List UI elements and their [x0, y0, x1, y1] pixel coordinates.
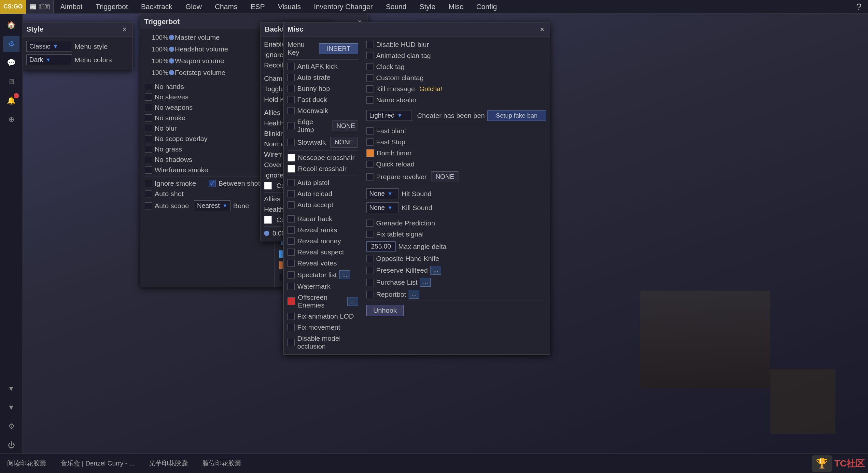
watermark-check[interactable]	[287, 283, 294, 290]
reveal-ranks-check[interactable]	[287, 227, 294, 234]
sidebar-notification[interactable]: 🔔 !	[3, 92, 20, 109]
offscreen-enemies-dots[interactable]: ...	[347, 297, 358, 306]
menu-chams[interactable]: Chams	[208, 0, 244, 13]
menu-config[interactable]: Config	[470, 0, 504, 13]
menu-style[interactable]: Style	[413, 0, 442, 13]
reveal-votes-check[interactable]	[287, 260, 294, 267]
taskbar-item-2[interactable]: 光芋印花胶囊	[145, 458, 192, 469]
purchase-list-dots[interactable]: ...	[420, 278, 431, 287]
slowwalk-key-btn[interactable]: NONE	[331, 137, 358, 148]
no-blur-check[interactable]	[145, 125, 152, 132]
menu-glow[interactable]: Glow	[179, 0, 208, 13]
menu-backtrack[interactable]: Backtrack	[134, 0, 179, 13]
no-weapons-check[interactable]	[145, 104, 152, 111]
disable-model-occlusion-check[interactable]	[287, 339, 294, 346]
taskbar-item-1[interactable]: 音乐盒 | Denzel Curry - ...	[57, 458, 138, 469]
no-smoke-check[interactable]	[145, 114, 152, 121]
edge-jump-key-btn[interactable]: NONE	[332, 121, 358, 131]
aspect-ratio-thumb[interactable]	[264, 231, 269, 236]
sidebar-monitor[interactable]: 🖥	[3, 73, 20, 90]
recoil-crosshair-swatch[interactable]	[287, 165, 295, 173]
reportbot-dots[interactable]: ...	[409, 290, 420, 299]
menu-misc[interactable]: Misc	[442, 0, 469, 13]
disable-hud-blur-check[interactable]	[366, 41, 373, 48]
clock-tag-check[interactable]	[366, 63, 373, 70]
no-scope-check[interactable]	[145, 135, 152, 142]
footstep-volume-thumb[interactable]	[169, 70, 174, 75]
fast-stop-check[interactable]	[366, 139, 373, 146]
spectator-list-check[interactable]	[287, 271, 294, 278]
unhook-btn[interactable]: Unhook	[366, 305, 403, 316]
aspect-ratio-slider[interactable]	[264, 232, 268, 234]
offscreen-enemies-swatch[interactable]	[287, 297, 295, 305]
auto-strafe-check[interactable]	[287, 74, 294, 81]
kill-sound-dropdown[interactable]: None ▼	[366, 202, 399, 213]
sidebar-aimbot[interactable]: ⊕	[3, 111, 20, 128]
sidebar-arrow-down1[interactable]: ▼	[3, 381, 20, 397]
spectator-list-dots[interactable]: ...	[339, 270, 350, 279]
prepare-revolver-key-btn[interactable]: NONE	[431, 171, 458, 182]
sidebar-active[interactable]: ⚙	[3, 36, 20, 52]
name-stealer-check[interactable]	[366, 96, 373, 104]
between-shots-check[interactable]: ✓	[209, 180, 216, 187]
reveal-money-check[interactable]	[287, 237, 294, 245]
bomb-timer-swatch[interactable]	[366, 149, 374, 157]
menu-triggerbot[interactable]: Triggerbot	[89, 0, 134, 13]
no-hands-check[interactable]	[145, 83, 152, 90]
menu-style-dropdown[interactable]: Classic ▼	[26, 41, 72, 52]
fast-plant-check[interactable]	[366, 127, 373, 135]
no-sleeves-check[interactable]	[145, 93, 152, 101]
weapon-volume-thumb[interactable]	[169, 58, 174, 63]
taskbar-item-3[interactable]: 脸位印花胶囊	[198, 458, 245, 469]
headshot-volume-thumb[interactable]	[169, 47, 174, 52]
sidebar-gear[interactable]: ⚙	[3, 418, 20, 435]
anti-afk-check[interactable]	[287, 63, 294, 70]
purchase-list-check[interactable]	[366, 279, 373, 286]
edge-jump-check[interactable]	[287, 122, 294, 129]
noscope-crosshair-swatch[interactable]	[287, 154, 295, 161]
grenade-prediction-check[interactable]	[366, 219, 373, 227]
taskbar-item-0[interactable]: 阅读印花胶囊	[3, 458, 50, 469]
hit-sound-dropdown[interactable]: None ▼	[366, 188, 399, 199]
custom-clantag-check[interactable]	[366, 74, 373, 82]
menu-sound[interactable]: Sound	[379, 0, 413, 13]
auto-pistol-check[interactable]	[287, 179, 294, 186]
quick-reload-check[interactable]	[366, 160, 373, 168]
moonwalk-check[interactable]	[287, 107, 294, 114]
auto-accept-check[interactable]	[287, 201, 294, 208]
preserve-killfeed-dots[interactable]: ...	[430, 266, 441, 275]
opposite-hand-knife-check[interactable]	[366, 255, 373, 262]
preserve-killfeed-check[interactable]	[366, 267, 373, 274]
auto-scope-check[interactable]	[145, 202, 152, 209]
fix-movement-check[interactable]	[287, 324, 294, 331]
radar-hack-check[interactable]	[287, 215, 294, 223]
nearest-dropdown[interactable]: Nearest ▼	[194, 200, 230, 211]
auto-shot-check[interactable]	[145, 190, 152, 198]
menu-key-btn[interactable]: INSERT	[319, 43, 358, 54]
wireframe-smoke-check[interactable]	[145, 167, 152, 174]
prepare-revolver-check[interactable]	[366, 173, 373, 180]
bt-color-swatch[interactable]	[264, 182, 272, 189]
help-button[interactable]: ?	[850, 2, 868, 12]
ignore-smoke-check[interactable]	[145, 180, 152, 187]
reveal-suspect-check[interactable]	[287, 248, 294, 256]
animated-clan-tag-check[interactable]	[366, 52, 373, 59]
menu-colors-dropdown[interactable]: Dark ▼	[26, 54, 72, 65]
slowwalk-check[interactable]	[287, 139, 294, 146]
reportbot-check[interactable]	[366, 291, 373, 298]
master-volume-thumb[interactable]	[169, 35, 174, 40]
misc-close[interactable]: ×	[538, 25, 546, 33]
style-panel-close[interactable]: ×	[121, 25, 129, 33]
menu-visuals[interactable]: Visuals	[271, 0, 307, 13]
setup-fake-ban-btn[interactable]: Setup fake ban	[487, 111, 546, 121]
fix-animation-lod-check[interactable]	[287, 313, 294, 320]
no-shadows-check[interactable]	[145, 156, 152, 163]
sidebar-arrow-down2[interactable]: ▼	[3, 400, 20, 416]
sidebar-power[interactable]: ⏻	[3, 437, 20, 453]
sidebar-home[interactable]: 🏠	[3, 17, 20, 33]
menu-inventory[interactable]: Inventory Changer	[307, 0, 379, 13]
no-grass-check[interactable]	[145, 146, 152, 153]
kill-message-check[interactable]	[366, 85, 373, 92]
sidebar-chat[interactable]: 💬	[3, 55, 20, 71]
bunny-hop-check[interactable]	[287, 85, 294, 92]
